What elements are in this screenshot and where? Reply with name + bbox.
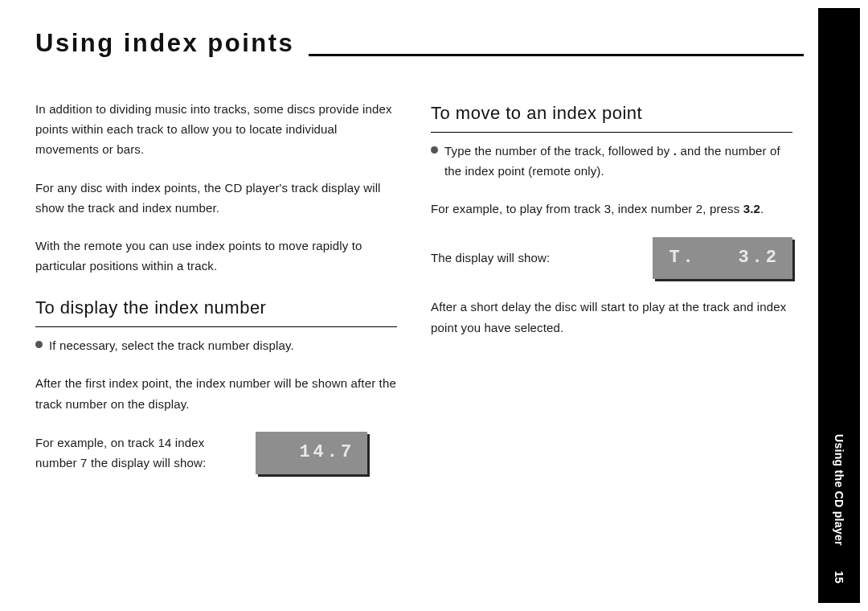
bold-key: 3.2 (743, 202, 760, 215)
manual-page: Using the CD player 15 Using index point… (0, 0, 868, 611)
text-run: Type the number of the track, followed b… (444, 144, 674, 158)
bullet-icon (35, 341, 43, 348)
bullet-item: Type the number of the track, followed b… (431, 141, 792, 181)
lcd-display: T. 3.2 (653, 237, 792, 280)
example-lead: The display will show: (431, 248, 550, 268)
section-display-index: To display the index number (35, 293, 397, 327)
page-number: 15 (833, 571, 845, 584)
column-left: In addition to dividing music into track… (35, 99, 397, 492)
bullet-icon (431, 146, 438, 154)
intro-para-2: For any disc with index points, the CD p… (35, 178, 397, 218)
bullet-item: If necessary, select the track number di… (35, 335, 397, 355)
section-move-index: To move to an index point (431, 99, 792, 133)
example-row: For example, on track 14 index number 7 … (35, 432, 397, 474)
intro-para-1: In addition to dividing music into track… (35, 99, 397, 160)
example-lead: For example, on track 14 index number 7 … (35, 433, 236, 473)
para-after-bullet: After the first index point, the index n… (35, 373, 397, 413)
example-press: For example, to play from track 3, index… (431, 199, 792, 219)
text-run: . (760, 202, 764, 215)
bullet-text: If necessary, select the track number di… (49, 335, 397, 355)
side-section-label: Using the CD player (833, 434, 845, 546)
page-title: Using index points (35, 29, 294, 59)
side-tab: Using the CD player 15 (818, 8, 860, 603)
text-run: For example, to play from track 3, index… (431, 202, 743, 215)
example-row: The display will show: T. 3.2 (431, 237, 792, 280)
bullet-text: Type the number of the track, followed b… (444, 141, 792, 181)
intro-para-3: With the remote you can use index points… (35, 236, 397, 276)
lcd-display: 14.7 (256, 432, 367, 474)
title-row: Using index points (35, 26, 804, 59)
column-right: To move to an index point Type the numbe… (431, 99, 792, 355)
title-rule (309, 54, 804, 56)
closing-para: After a short delay the disc will start … (431, 297, 792, 337)
